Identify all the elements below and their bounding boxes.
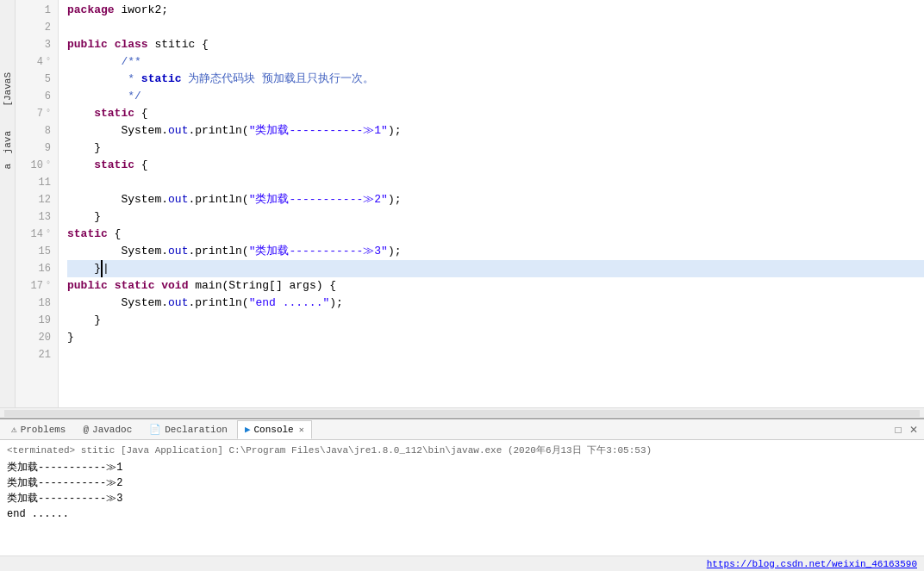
line-number-9: 9	[16, 140, 51, 157]
close-panel-button[interactable]: ✕	[907, 423, 921, 437]
line-numbers: 1234°567°8910°11121314°151617°18192021	[16, 0, 59, 407]
tab-declaration[interactable]: 📄 Declaration	[141, 420, 235, 439]
line-number-10: 10°	[16, 157, 51, 174]
declaration-icon: 📄	[149, 424, 161, 435]
problems-icon: ⚠	[11, 424, 17, 435]
line-number-16: 16	[16, 260, 51, 277]
code-line-3: public class stitic {	[67, 36, 924, 53]
status-url[interactable]: https://blog.csdn.net/weixin_46163590	[707, 559, 917, 569]
code-line-21	[67, 346, 924, 363]
code-line-12: System.out.println("类加载-----------≫2");	[67, 191, 924, 208]
console-terminated-text: <terminated> stitic [Java Application] C…	[7, 444, 917, 456]
line-number-20: 20	[16, 329, 51, 346]
line-number-12: 12	[16, 191, 51, 208]
code-line-19: }	[67, 312, 924, 329]
code-line-1: package iwork2;	[67, 2, 924, 19]
fold-icon-7[interactable]: °	[46, 105, 51, 122]
javas-tab[interactable]: [JavaS	[1, 69, 15, 110]
console-output: <terminated> stitic [Java Application] C…	[0, 440, 924, 555]
line-number-8: 8	[16, 122, 51, 140]
code-line-6: */	[67, 88, 924, 105]
tab-console[interactable]: ▶ Console ✕	[237, 420, 312, 439]
line-number-13: 13	[16, 208, 51, 226]
code-line-11	[67, 174, 924, 191]
line-number-4: 4°	[16, 53, 51, 71]
code-line-8: System.out.println("类加载-----------≫1");	[67, 122, 924, 140]
tab-problems[interactable]: ⚠ Problems	[3, 420, 73, 439]
bottom-panel: ⚠ Problems @ Javadoc 📄 Declaration ▶ Con…	[0, 418, 924, 555]
fold-icon-10[interactable]: °	[46, 157, 51, 174]
line-number-17: 17°	[16, 277, 51, 295]
minimize-button[interactable]: □	[891, 423, 905, 437]
line-number-2: 2	[16, 19, 51, 36]
line-number-14: 14°	[16, 226, 51, 243]
code-line-5: * static 为静态代码块 预加载且只执行一次。	[67, 71, 924, 88]
code-line-15: System.out.println("类加载-----------≫3");	[67, 243, 924, 260]
line-number-18: 18	[16, 295, 51, 312]
line-number-19: 19	[16, 312, 51, 329]
scrollbar-track	[4, 410, 920, 417]
line-number-3: 3	[16, 36, 51, 53]
console-line-1: 类加载-----------≫1	[7, 460, 917, 475]
tab-javadoc-label: Javadoc	[92, 425, 132, 435]
java-tab[interactable]: java	[1, 127, 15, 157]
code-line-9: }	[67, 140, 924, 157]
code-line-4: /**	[67, 53, 924, 71]
code-editor[interactable]: package iwork2; public class stitic { /*…	[59, 0, 924, 407]
fold-icon-4[interactable]: °	[46, 53, 51, 71]
tab-controls: □ ✕	[891, 423, 924, 437]
console-line-4: end ......	[7, 506, 917, 522]
line-number-11: 11	[16, 174, 51, 191]
status-bar: https://blog.csdn.net/weixin_46163590	[0, 555, 924, 571]
line-number-5: 5	[16, 71, 51, 88]
code-line-14: static {	[67, 226, 924, 243]
tab-javadoc[interactable]: @ Javadoc	[75, 420, 140, 439]
code-line-18: System.out.println("end ......");	[67, 295, 924, 312]
editor-area: [JavaS java a 1234°567°8910°11121314°151…	[0, 0, 924, 407]
fold-icon-14[interactable]: °	[46, 226, 51, 243]
fold-icon-17[interactable]: °	[46, 277, 51, 295]
line-number-15: 15	[16, 243, 51, 260]
editor-scrollbar[interactable]	[0, 407, 924, 418]
console-close-icon[interactable]: ✕	[299, 425, 304, 435]
line-number-21: 21	[16, 346, 51, 363]
console-line-2: 类加载-----------≫2	[7, 475, 917, 491]
tab-declaration-label: Declaration	[165, 425, 228, 435]
line-number-7: 7°	[16, 105, 51, 122]
javadoc-icon: @	[83, 425, 89, 435]
code-line-13: }	[67, 208, 924, 226]
left-sidebar: [JavaS java a	[0, 0, 16, 407]
a-tab[interactable]: a	[1, 160, 15, 173]
code-line-10: static {	[67, 157, 924, 174]
code-line-20: }	[67, 329, 924, 346]
bottom-tab-bar: ⚠ Problems @ Javadoc 📄 Declaration ▶ Con…	[0, 419, 924, 440]
console-line-3: 类加载-----------≫3	[7, 491, 917, 506]
line-number-6: 6	[16, 88, 51, 105]
line-number-1: 1	[16, 2, 51, 19]
console-icon: ▶	[245, 424, 251, 435]
code-line-7: static {	[67, 105, 924, 122]
tab-problems-label: Problems	[21, 425, 66, 435]
tab-console-label: Console	[254, 425, 294, 435]
code-line-2	[67, 19, 924, 36]
code-line-16: }|	[67, 260, 924, 277]
code-line-17: public static void main(String[] args) {	[67, 277, 924, 295]
